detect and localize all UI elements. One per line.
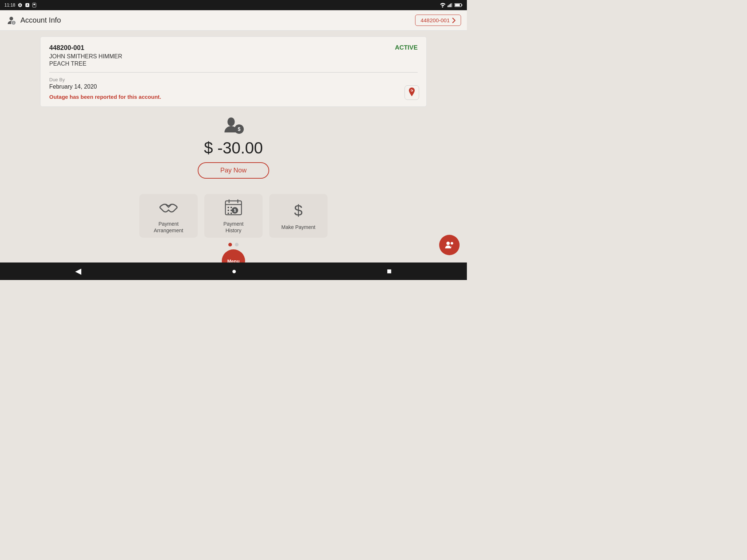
svg-rect-29 bbox=[228, 213, 229, 214]
recents-button[interactable]: ■ bbox=[387, 267, 392, 276]
header-title: Account Info bbox=[20, 16, 61, 24]
account-card-header: 448200-001 ACTIVE bbox=[49, 44, 418, 52]
svg-rect-28 bbox=[231, 210, 232, 211]
customer-name: JOHN SMITHERS HIMMER bbox=[49, 53, 418, 60]
account-number: 448200-001 bbox=[49, 44, 84, 52]
calendar-dollar-icon: $ bbox=[224, 198, 243, 217]
gear-icon bbox=[18, 3, 23, 8]
location-pin-icon bbox=[407, 88, 416, 98]
header-left: i Account Info bbox=[6, 15, 61, 26]
pay-now-button[interactable]: Pay Now bbox=[198, 162, 269, 179]
time-display: 11:18 bbox=[4, 3, 15, 8]
a-icon: A bbox=[25, 3, 30, 8]
svg-rect-3 bbox=[34, 4, 35, 5]
svg-point-16 bbox=[228, 117, 235, 126]
svg-rect-30 bbox=[231, 213, 232, 214]
svg-rect-11 bbox=[455, 4, 460, 6]
header: i Account Info 448200-001 bbox=[0, 10, 467, 31]
handshake-icon bbox=[159, 198, 178, 217]
status-left: 11:18 A bbox=[4, 3, 36, 8]
payment-arrangement-label: PaymentArrangement bbox=[154, 221, 183, 234]
home-button[interactable]: ● bbox=[232, 267, 236, 276]
balance-section: $ $ -30.00 Pay Now bbox=[198, 116, 269, 179]
svg-point-12 bbox=[9, 17, 13, 20]
dot-2 bbox=[235, 243, 239, 246]
nav-bar: ◀ ● ■ bbox=[0, 262, 467, 280]
status-right bbox=[440, 3, 462, 8]
svg-text:$: $ bbox=[294, 202, 302, 219]
svg-rect-7 bbox=[450, 3, 451, 7]
wifi-icon bbox=[440, 3, 446, 8]
signal-icon bbox=[448, 3, 453, 8]
dollar-sign-icon: $ bbox=[289, 201, 308, 220]
account-number-label: 448200-001 bbox=[421, 17, 450, 23]
svg-rect-5 bbox=[449, 5, 449, 7]
svg-text:$: $ bbox=[234, 209, 236, 213]
svg-text:i: i bbox=[13, 21, 14, 25]
svg-rect-6 bbox=[450, 4, 450, 7]
due-date: February 14, 2020 bbox=[49, 83, 418, 90]
outage-message: Outage has been reported for this accoun… bbox=[49, 94, 418, 100]
person-icon: i bbox=[6, 15, 17, 26]
battery-icon bbox=[454, 3, 462, 7]
svg-text:A: A bbox=[27, 4, 28, 6]
make-payment-button[interactable]: $ Make Payment bbox=[269, 194, 328, 238]
action-buttons-row: PaymentArrangement $ bbox=[139, 194, 328, 238]
customer-location: PEACH TREE bbox=[49, 61, 418, 67]
dot-1 bbox=[228, 243, 232, 246]
svg-rect-27 bbox=[228, 210, 229, 211]
svg-point-33 bbox=[451, 242, 453, 245]
outage-location-button[interactable] bbox=[405, 85, 419, 100]
payment-history-label: PaymentHistory bbox=[223, 221, 243, 234]
status-badge: ACTIVE bbox=[395, 44, 418, 51]
back-button[interactable]: ◀ bbox=[75, 267, 81, 276]
sim-icon bbox=[32, 3, 36, 8]
svg-rect-25 bbox=[228, 207, 229, 208]
svg-rect-10 bbox=[461, 4, 462, 6]
svg-point-32 bbox=[446, 242, 450, 245]
make-payment-label: Make Payment bbox=[281, 224, 315, 230]
contacts-icon bbox=[444, 240, 454, 250]
svg-text:$: $ bbox=[238, 127, 241, 132]
account-card: 448200-001 ACTIVE JOHN SMITHERS HIMMER P… bbox=[40, 36, 427, 107]
svg-rect-8 bbox=[452, 3, 452, 7]
card-divider bbox=[49, 72, 418, 73]
payment-arrangement-button[interactable]: PaymentArrangement bbox=[139, 194, 198, 238]
svg-rect-26 bbox=[231, 207, 232, 208]
contact-fab-button[interactable] bbox=[439, 235, 460, 255]
payment-history-button[interactable]: $ PaymentHistory bbox=[204, 194, 263, 238]
balance-amount: $ -30.00 bbox=[204, 139, 263, 157]
svg-rect-4 bbox=[448, 5, 448, 7]
chevron-right-icon bbox=[452, 18, 456, 23]
balance-icon: $ bbox=[222, 116, 245, 136]
status-bar: 11:18 A bbox=[0, 0, 467, 10]
main-content: 448200-001 ACTIVE JOHN SMITHERS HIMMER P… bbox=[0, 31, 467, 279]
account-selector-button[interactable]: 448200-001 bbox=[415, 15, 461, 26]
due-label: Due By bbox=[49, 77, 418, 82]
pagination-dots bbox=[228, 243, 239, 246]
